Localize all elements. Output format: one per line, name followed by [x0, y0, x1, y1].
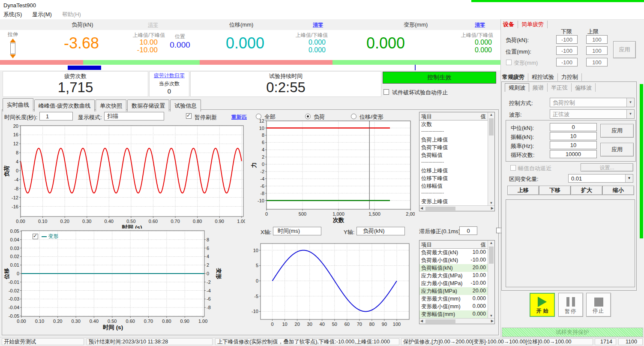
- tab-simple-fatigue[interactable]: 简单疲劳: [518, 21, 548, 28]
- main-tab-峰峰值-疲劳次数曲线[interactable]: 峰峰值-疲劳次数曲线: [34, 99, 95, 111]
- lag-correction-input[interactable]: [459, 226, 477, 235]
- scroll-right-icon[interactable]: ▶: [491, 206, 494, 210]
- table-row[interactable]: 应力最大值(MPa)10.00: [419, 272, 488, 280]
- radio-全部[interactable]: [256, 114, 261, 119]
- display-mode-input[interactable]: [104, 112, 164, 120]
- auto-approach-checkbox[interactable]: [510, 165, 516, 171]
- limit-deformation-high-input[interactable]: [586, 58, 608, 66]
- table-row[interactable]: 变形幅值(mm)0.000: [419, 310, 488, 318]
- table-row[interactable]: ----------------: [419, 159, 488, 167]
- stop-button[interactable]: 停止: [586, 293, 611, 317]
- apply-frequency-button[interactable]: 应用: [600, 143, 634, 156]
- tab-spectrum[interactable]: 频谱: [529, 83, 548, 92]
- start-button[interactable]: 开始: [530, 293, 555, 317]
- frequency-input[interactable]: [550, 141, 597, 149]
- limit-position-low-input[interactable]: [556, 46, 578, 55]
- vertical-scrollbar[interactable]: ▲▼: [488, 112, 494, 205]
- table-row[interactable]: 位移上峰值: [419, 167, 488, 175]
- legend-checkbox[interactable]: [33, 234, 38, 239]
- settings-button[interactable]: 设置...: [581, 163, 633, 171]
- chevron-down-icon[interactable]: ▼: [626, 110, 634, 118]
- menu-item-0[interactable]: 系统(S): [3, 11, 22, 18]
- table-row[interactable]: 负荷上峰值: [419, 136, 488, 144]
- table-row[interactable]: ----------------: [419, 128, 488, 136]
- table-row[interactable]: 变形最小值(mm)0.000: [419, 303, 488, 310]
- horizontal-scrollbar[interactable]: ◀▶: [419, 318, 494, 324]
- limits-apply-button[interactable]: 应用: [613, 41, 636, 58]
- amplitude-input[interactable]: [550, 132, 597, 140]
- chevron-down-icon[interactable]: ▼: [625, 175, 633, 182]
- tab-offset-wave[interactable]: 偏移波: [572, 83, 596, 92]
- table-row[interactable]: 位移下峰值: [419, 175, 488, 182]
- scroll-right-icon[interactable]: ▶: [491, 319, 494, 323]
- table-row[interactable]: 位移幅值: [419, 182, 488, 190]
- limit-position-high-input[interactable]: [586, 46, 608, 55]
- time-length-input[interactable]: [39, 112, 73, 120]
- nudge-button-下移[interactable]: 下移: [539, 186, 571, 195]
- control-active-button[interactable]: 控制生效: [383, 72, 496, 84]
- table-row[interactable]: 负荷最大值(kN)10.00: [419, 249, 488, 256]
- table-row[interactable]: 变形上峰值: [419, 198, 488, 205]
- control-mode-select[interactable]: 负荷控制 ▼: [550, 98, 635, 107]
- auto-stop-checkbox[interactable]: [383, 89, 389, 95]
- limit-deformation-checkbox[interactable]: [506, 60, 512, 65]
- scroll-thumb[interactable]: [425, 207, 455, 211]
- apply-midpoint-button[interactable]: 应用: [600, 124, 634, 138]
- table-row[interactable]: 负荷幅值: [419, 151, 488, 159]
- clamp-protection-bar[interactable]: 试样夹持保护: [502, 328, 643, 337]
- table-row[interactable]: 负荷最小值(kN)-10.00: [419, 256, 488, 264]
- vertical-scrollbar[interactable]: ▲▼: [488, 241, 494, 318]
- load-zero-link[interactable]: 清零: [148, 21, 158, 29]
- scroll-thumb[interactable]: [425, 319, 455, 323]
- table-row[interactable]: 变形最大值(mm)0.000: [419, 295, 488, 303]
- nudge-button-上移[interactable]: 上移: [507, 186, 539, 195]
- cycle-count-input[interactable]: [550, 150, 597, 158]
- midpoint-input[interactable]: [550, 123, 597, 131]
- displacement-zero-link[interactable]: 清零: [313, 21, 323, 29]
- main-tab-单次快照[interactable]: 单次快照: [96, 99, 126, 111]
- scroll-up-icon[interactable]: ▲: [488, 113, 494, 117]
- wave-select[interactable]: 正弦波 ▼: [550, 109, 635, 119]
- table-row[interactable]: 负荷下峰值: [419, 144, 488, 151]
- table-row[interactable]: ----------------: [419, 190, 488, 198]
- main-tab-试验信息[interactable]: 试验信息: [170, 99, 201, 111]
- menu-item-2[interactable]: 帮助(H): [62, 11, 81, 18]
- table-row[interactable]: 负荷幅值(kN)20.00: [419, 264, 488, 272]
- scroll-left-icon[interactable]: ◀: [420, 206, 423, 210]
- radio-位移/变形[interactable]: [351, 114, 356, 119]
- menu-item-1[interactable]: 显示(M): [32, 11, 52, 18]
- tab-program-test[interactable]: 程控试验: [528, 73, 558, 81]
- tab-regular-fatigue[interactable]: 常规疲劳: [502, 73, 528, 81]
- main-tab-实时曲线[interactable]: 实时曲线: [3, 98, 33, 111]
- pause-button[interactable]: 暂停: [558, 293, 583, 317]
- chevron-down-icon[interactable]: ▼: [626, 98, 634, 107]
- fatigue-reset-link[interactable]: 疲劳计数归零: [154, 72, 185, 78]
- scroll-down-icon[interactable]: ▼: [488, 314, 494, 318]
- interval-select[interactable]: 0.01 ▼: [568, 174, 633, 183]
- rematch-link[interactable]: 重新匹: [231, 114, 247, 121]
- scroll-thumb[interactable]: [489, 247, 494, 264]
- limit-load-low-input[interactable]: [556, 35, 578, 44]
- table-row[interactable]: 次数: [419, 120, 488, 128]
- tab-half-sine[interactable]: 半正弦: [548, 83, 572, 92]
- pause-refresh-checkbox[interactable]: [186, 113, 192, 119]
- table-row[interactable]: 应力最小值(MPa)-10.00: [419, 280, 488, 287]
- snapshot-yaxis-input[interactable]: [356, 227, 405, 235]
- scroll-up-icon[interactable]: ▲: [488, 241, 494, 245]
- scroll-left-icon[interactable]: ◀: [420, 319, 423, 323]
- nudge-button-扩大[interactable]: 扩大: [571, 186, 602, 195]
- limit-load-high-input[interactable]: [586, 35, 608, 44]
- horizontal-scrollbar[interactable]: ◀▶: [419, 205, 494, 211]
- table-row[interactable]: 应力幅值(MPa)20.00: [419, 287, 488, 295]
- deformation-zero-link[interactable]: 清零: [475, 21, 485, 29]
- snapshot-xaxis-input[interactable]: [273, 227, 321, 235]
- tab-device[interactable]: 设备: [502, 21, 518, 28]
- radio-负荷[interactable]: [305, 114, 311, 119]
- scroll-thumb[interactable]: [489, 118, 494, 135]
- main-tab-数据存储设置[interactable]: 数据存储设置: [127, 99, 169, 111]
- scroll-down-icon[interactable]: ▼: [488, 201, 494, 205]
- nudge-button-缩小[interactable]: 缩小: [602, 186, 634, 195]
- tab-force-control[interactable]: 力控制: [558, 73, 582, 81]
- limit-deformation-low-input[interactable]: [556, 58, 578, 66]
- tab-regular-wave[interactable]: 规则波: [505, 83, 529, 92]
